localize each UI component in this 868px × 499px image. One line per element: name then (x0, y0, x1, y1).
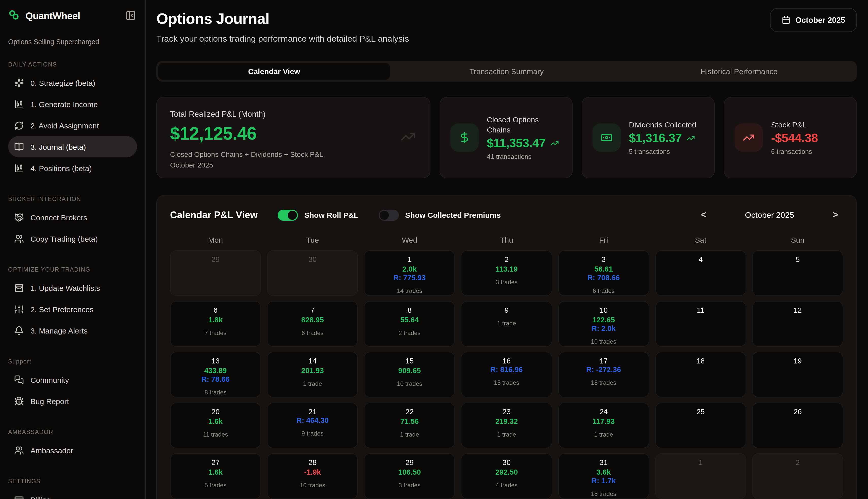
candlestick-chart-icon (14, 99, 24, 109)
sidebar-item-3-manage-alerts[interactable]: 3. Manage Alerts (8, 320, 137, 341)
app-root: QuantWheel Options Selling Supercharged … (0, 0, 868, 499)
day-cell-22[interactable]: 2271.561 trade (364, 403, 455, 448)
day-trades-count: 14 trades (397, 287, 422, 294)
day-trades-count: 1 trade (400, 431, 419, 438)
sidebar-section-broker-integration: BROKER INTEGRATION (8, 196, 137, 202)
day-cell-25[interactable]: 25 (655, 403, 746, 448)
day-cell-8[interactable]: 855.642 trades (364, 301, 455, 347)
day-cell-19[interactable]: 19 (752, 352, 843, 398)
day-cell-30[interactable]: 30292.504 trades (461, 453, 552, 499)
tab-calendar-view[interactable]: Calendar View (158, 62, 390, 80)
sidebar-item-copy-trading-beta[interactable]: Copy Trading (beta) (8, 228, 137, 249)
sidebar-item-community[interactable]: Community (8, 369, 137, 390)
day-number: 19 (794, 357, 802, 365)
day-cell-2-adjacent[interactable]: 2 (752, 453, 843, 499)
credit-card-icon (14, 495, 24, 499)
bell-icon (14, 326, 24, 335)
day-pnl: 1.6k (208, 417, 223, 425)
tab-historical-performance[interactable]: Historical Performance (623, 62, 855, 80)
day-trades-count: 1 trade (497, 431, 516, 438)
sidebar-item-label: 1. Update Watchlists (30, 283, 100, 292)
period-selector-button[interactable]: October 2025 (770, 8, 857, 32)
weekday-thu: Thu (461, 235, 552, 244)
day-cell-3[interactable]: 356.61R: 708.666 trades (558, 250, 649, 296)
day-cell-21[interactable]: 21R: 464.309 trades (267, 403, 358, 448)
day-cell-30-adjacent[interactable]: 30 (267, 250, 358, 296)
sidebar-item-2-set-preferences[interactable]: 2. Set Preferences (8, 299, 137, 320)
day-number: 25 (696, 407, 705, 416)
day-trades-count: 6 trades (302, 329, 323, 337)
tab-transaction-summary[interactable]: Transaction Summary (390, 62, 623, 80)
day-cell-13[interactable]: 13433.89R: 78.668 trades (170, 352, 261, 398)
calendar-toggles: Show Roll P&LShow Collected Premiums (258, 209, 501, 221)
stat-subtitle: 5 transactions (629, 148, 696, 155)
day-cell-26[interactable]: 26 (752, 403, 843, 448)
day-cell-18[interactable]: 18 (655, 352, 746, 398)
sidebar-item-billing[interactable]: Billing (8, 489, 137, 499)
sidebar-item-ambassador[interactable]: Ambassador (8, 440, 137, 461)
toggle-show-collected-premiums[interactable] (379, 209, 399, 221)
prev-month-button[interactable]: < (696, 208, 711, 222)
day-cell-15[interactable]: 15909.6510 trades (364, 352, 455, 398)
day-cell-17[interactable]: 17R: -272.3618 trades (558, 352, 649, 398)
sidebar-item-3-journal-beta[interactable]: 3. Journal (beta) (8, 136, 137, 157)
day-number: 30 (502, 459, 511, 466)
day-pnl: 3.6k (597, 468, 611, 476)
day-cell-2[interactable]: 2113.193 trades (461, 250, 552, 296)
day-cell-14[interactable]: 14201.931 trade (267, 352, 358, 398)
day-pnl: 1.8k (208, 316, 223, 324)
candlestick-chart-icon (14, 163, 24, 173)
day-cell-12[interactable]: 12 (752, 301, 843, 347)
day-number: 21 (308, 407, 317, 416)
view-tabs: Calendar ViewTransaction SummaryHistoric… (156, 61, 857, 82)
stat-subtitle: 6 transactions (771, 148, 818, 155)
sidebar-item-2-avoid-assignment[interactable]: 2. Avoid Assignment (8, 115, 137, 136)
day-trades-count: 1 trade (594, 431, 613, 438)
day-pnl: 122.65 (592, 316, 615, 324)
day-pnl: 1.6k (208, 468, 223, 476)
day-cell-24[interactable]: 24117.931 trade (558, 403, 649, 448)
day-cell-4[interactable]: 4 (655, 250, 746, 296)
day-cell-6[interactable]: 61.8k7 trades (170, 301, 261, 347)
sidebar-item-1-generate-income[interactable]: 1. Generate Income (8, 94, 137, 115)
day-cell-9[interactable]: 91 trade (461, 301, 552, 347)
sidebar-section-support: Support (8, 358, 137, 364)
sidebar-item-connect-brokers[interactable]: Connect Brokers (8, 207, 137, 228)
day-cell-10[interactable]: 10122.65R: 2.0k10 trades (558, 301, 649, 347)
day-cell-27[interactable]: 271.6k5 trades (170, 453, 261, 499)
day-trades-count: 3 trades (496, 279, 518, 286)
page-header-text: Options Journal Track your options tradi… (156, 0, 409, 44)
day-cell-29-adjacent[interactable]: 29 (170, 250, 261, 296)
day-cell-7[interactable]: 7828.956 trades (267, 301, 358, 347)
sidebar-item-1-update-watchlists[interactable]: 1. Update Watchlists (8, 277, 137, 299)
calendar-icon (782, 16, 790, 24)
day-cell-1[interactable]: 12.0kR: 775.9314 trades (364, 250, 455, 296)
day-cell-16[interactable]: 16R: 816.9615 trades (461, 352, 552, 398)
sidebar-item-0-strategize-beta[interactable]: 0. Strategize (beta) (8, 72, 137, 94)
stat-text: Dividends Collected$1,316.375 transactio… (629, 120, 696, 156)
day-cell-20[interactable]: 201.6k11 trades (170, 403, 261, 448)
day-cell-29[interactable]: 29106.503 trades (364, 453, 455, 499)
toggle-group-show-collected-premiums: Show Collected Premiums (379, 209, 501, 221)
weekday-tue: Tue (267, 235, 358, 244)
day-roll-pnl: R: -272.36 (586, 365, 621, 374)
day-cell-1-adjacent[interactable]: 1 (655, 453, 746, 499)
day-cell-23[interactable]: 23219.321 trade (461, 403, 552, 448)
sidebar-item-bug-report[interactable]: Bug Report (8, 390, 137, 412)
trending-up-icon (401, 129, 416, 146)
period-selector-label: October 2025 (795, 15, 845, 25)
day-cell-11[interactable]: 11 (655, 301, 746, 347)
day-cell-31[interactable]: 313.6kR: 1.7k18 trades (558, 453, 649, 499)
users-icon (14, 234, 24, 243)
toggle-show-roll-p-l[interactable] (278, 209, 298, 221)
sidebar-tagline: Options Selling Supercharged (8, 38, 137, 46)
day-cell-28[interactable]: 28-1.9k10 trades (267, 453, 358, 499)
day-number: 22 (406, 407, 414, 416)
stat-value-row: $1,316.37 (629, 131, 696, 145)
day-cell-5[interactable]: 5 (752, 250, 843, 296)
sidebar-collapse-button[interactable] (124, 9, 137, 23)
day-trades-count: 15 trades (494, 379, 519, 386)
sidebar-item-4-positions-beta[interactable]: 4. Positions (beta) (8, 157, 137, 179)
next-month-button[interactable]: > (828, 208, 843, 222)
day-number: 26 (794, 407, 802, 416)
